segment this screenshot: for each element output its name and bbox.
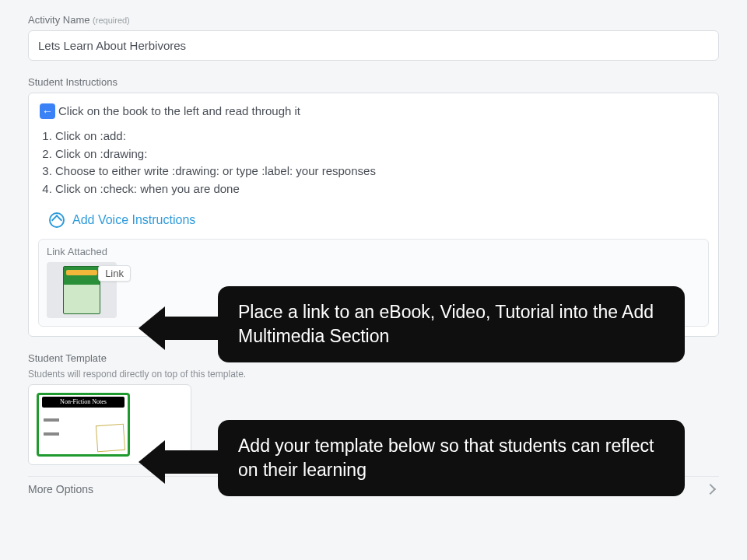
annotation-arrow (139, 440, 219, 484)
instruction-step: Click on :add: (55, 128, 707, 145)
left-arrow-icon: ← (40, 103, 55, 119)
annotation-arrow (139, 306, 219, 350)
annotation-callout: Add your template below so that students… (218, 420, 685, 496)
activity-name-label: Activity Name (required) (28, 14, 719, 26)
instruction-step: Choose to either write :drawing: or type… (55, 163, 707, 180)
activity-name-input[interactable] (28, 30, 719, 61)
annotation-text: Place a link to an eBook, Video, Tutoria… (238, 302, 654, 346)
book-cover-icon (63, 266, 100, 314)
chevron-right-icon (705, 484, 716, 495)
template-thumbnail[interactable]: Non-Fiction Notes (37, 393, 130, 457)
template-thumb-title: Non-Fiction Notes (42, 397, 124, 408)
student-template-label-text: Student Template (28, 352, 107, 364)
more-options-label: More Options (28, 483, 93, 495)
annotation-callout: Place a link to an eBook, Video, Tutoria… (218, 286, 685, 362)
annotation-text: Add your template below so that students… (238, 436, 654, 480)
instructions-lead-text: Click on the book to the left and read t… (58, 103, 300, 120)
attachment-thumbnail[interactable]: Link (47, 262, 117, 318)
compass-icon (49, 212, 65, 228)
instructions-steps-list: Click on :add: Click on :drawing: Choose… (40, 128, 707, 198)
student-instructions-label: Student Instructions (28, 76, 719, 88)
student-instructions-label-text: Student Instructions (28, 76, 117, 88)
activity-name-label-text: Activity Name (28, 14, 89, 26)
link-badge: Link (98, 265, 131, 282)
instruction-step: Click on :check: when you are done (55, 180, 707, 198)
instruction-step: Click on :drawing: (55, 145, 707, 163)
add-voice-instructions-link[interactable]: Add Voice Instructions (72, 213, 195, 227)
link-attached-label: Link Attached (47, 246, 700, 257)
student-template-subtext: Students will respond directly on top of… (28, 369, 719, 380)
required-hint: (required) (93, 16, 130, 25)
